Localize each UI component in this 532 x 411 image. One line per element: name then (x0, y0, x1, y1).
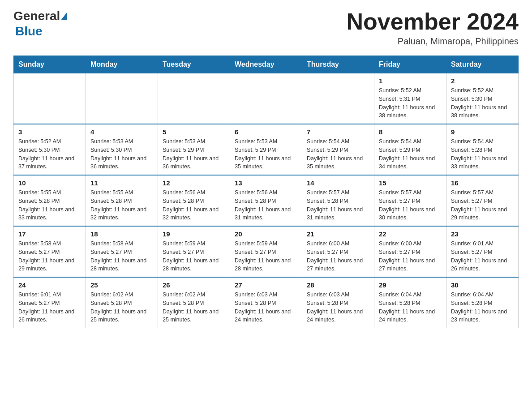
day-info: Sunrise: 5:55 AM Sunset: 5:28 PM Dayligh… (90, 188, 153, 222)
day-number: 20 (235, 230, 297, 238)
logo: General Blue (13, 9, 68, 39)
day-number: 7 (307, 128, 369, 136)
day-number: 25 (90, 281, 153, 289)
calendar-cell: 21Sunrise: 6:00 AM Sunset: 5:27 PM Dayli… (302, 226, 374, 277)
day-info: Sunrise: 5:55 AM Sunset: 5:28 PM Dayligh… (18, 188, 81, 222)
day-info: Sunrise: 5:59 AM Sunset: 5:27 PM Dayligh… (235, 240, 297, 273)
day-info: Sunrise: 5:53 AM Sunset: 5:29 PM Dayligh… (163, 137, 225, 171)
day-info: Sunrise: 6:00 AM Sunset: 5:27 PM Dayligh… (379, 240, 442, 273)
day-info: Sunrise: 5:54 AM Sunset: 5:28 PM Dayligh… (451, 137, 514, 171)
day-number: 21 (307, 230, 369, 238)
calendar-cell: 10Sunrise: 5:55 AM Sunset: 5:28 PM Dayli… (14, 175, 86, 226)
day-info: Sunrise: 5:58 AM Sunset: 5:27 PM Dayligh… (90, 240, 153, 273)
day-number: 19 (163, 230, 225, 238)
day-number: 5 (163, 128, 225, 136)
day-number: 28 (307, 281, 369, 289)
day-info: Sunrise: 6:03 AM Sunset: 5:28 PM Dayligh… (307, 291, 369, 324)
calendar-cell: 8Sunrise: 5:54 AM Sunset: 5:29 PM Daylig… (374, 124, 446, 175)
day-number: 26 (163, 281, 225, 289)
day-info: Sunrise: 5:59 AM Sunset: 5:27 PM Dayligh… (163, 240, 225, 273)
day-info: Sunrise: 5:52 AM Sunset: 5:30 PM Dayligh… (451, 86, 514, 120)
calendar-cell (302, 73, 374, 124)
calendar-cell: 14Sunrise: 5:57 AM Sunset: 5:28 PM Dayli… (302, 175, 374, 226)
day-info: Sunrise: 5:57 AM Sunset: 5:28 PM Dayligh… (307, 188, 369, 222)
logo-general-text: General (13, 9, 60, 23)
calendar-cell (158, 73, 230, 124)
calendar-cell: 1Sunrise: 5:52 AM Sunset: 5:31 PM Daylig… (374, 73, 446, 124)
calendar-cell: 24Sunrise: 6:01 AM Sunset: 5:27 PM Dayli… (14, 277, 86, 328)
calendar-week-row: 3Sunrise: 5:52 AM Sunset: 5:30 PM Daylig… (14, 124, 519, 175)
calendar-cell: 13Sunrise: 5:56 AM Sunset: 5:28 PM Dayli… (230, 175, 302, 226)
day-number: 16 (451, 179, 514, 187)
calendar-cell (230, 73, 302, 124)
calendar-table: SundayMondayTuesdayWednesdayThursdayFrid… (13, 56, 519, 328)
day-info: Sunrise: 5:54 AM Sunset: 5:29 PM Dayligh… (379, 137, 442, 171)
calendar-week-row: 1Sunrise: 5:52 AM Sunset: 5:31 PM Daylig… (14, 73, 519, 124)
calendar-cell: 29Sunrise: 6:04 AM Sunset: 5:28 PM Dayli… (374, 277, 446, 328)
day-number: 12 (163, 179, 225, 187)
day-number: 17 (18, 230, 81, 238)
calendar-cell: 2Sunrise: 5:52 AM Sunset: 5:30 PM Daylig… (446, 73, 519, 124)
day-info: Sunrise: 5:52 AM Sunset: 5:31 PM Dayligh… (379, 86, 442, 120)
day-info: Sunrise: 5:52 AM Sunset: 5:30 PM Dayligh… (18, 137, 81, 171)
calendar-cell: 22Sunrise: 6:00 AM Sunset: 5:27 PM Dayli… (374, 226, 446, 277)
day-number: 18 (90, 230, 153, 238)
calendar-cell (14, 73, 86, 124)
calendar-cell: 15Sunrise: 5:57 AM Sunset: 5:27 PM Dayli… (374, 175, 446, 226)
calendar-week-row: 24Sunrise: 6:01 AM Sunset: 5:27 PM Dayli… (14, 277, 519, 328)
day-info: Sunrise: 6:01 AM Sunset: 5:27 PM Dayligh… (451, 240, 514, 273)
day-info: Sunrise: 5:58 AM Sunset: 5:27 PM Dayligh… (18, 240, 81, 273)
calendar-cell: 30Sunrise: 6:04 AM Sunset: 5:28 PM Dayli… (446, 277, 519, 328)
calendar-header-monday: Monday (86, 56, 158, 73)
calendar-header-tuesday: Tuesday (158, 56, 230, 73)
day-number: 15 (379, 179, 442, 187)
calendar-cell: 3Sunrise: 5:52 AM Sunset: 5:30 PM Daylig… (14, 124, 86, 175)
calendar-week-row: 10Sunrise: 5:55 AM Sunset: 5:28 PM Dayli… (14, 175, 519, 226)
calendar-header-thursday: Thursday (302, 56, 374, 73)
calendar-cell: 11Sunrise: 5:55 AM Sunset: 5:28 PM Dayli… (86, 175, 158, 226)
calendar-cell: 26Sunrise: 6:02 AM Sunset: 5:28 PM Dayli… (158, 277, 230, 328)
calendar-cell (86, 73, 158, 124)
calendar-cell: 12Sunrise: 5:56 AM Sunset: 5:28 PM Dayli… (158, 175, 230, 226)
day-info: Sunrise: 5:57 AM Sunset: 5:27 PM Dayligh… (451, 188, 514, 222)
page-header: General Blue November 2024 Paluan, Mimar… (13, 9, 519, 47)
day-number: 6 (235, 128, 297, 136)
day-info: Sunrise: 5:56 AM Sunset: 5:28 PM Dayligh… (163, 188, 225, 222)
day-number: 13 (235, 179, 297, 187)
day-number: 14 (307, 179, 369, 187)
calendar-cell: 17Sunrise: 5:58 AM Sunset: 5:27 PM Dayli… (14, 226, 86, 277)
calendar-header-row: SundayMondayTuesdayWednesdayThursdayFrid… (14, 56, 519, 73)
day-number: 9 (451, 128, 514, 136)
day-number: 29 (379, 281, 442, 289)
day-info: Sunrise: 6:02 AM Sunset: 5:28 PM Dayligh… (163, 291, 225, 324)
calendar-cell: 19Sunrise: 5:59 AM Sunset: 5:27 PM Dayli… (158, 226, 230, 277)
day-number: 1 (379, 77, 442, 85)
calendar-cell: 16Sunrise: 5:57 AM Sunset: 5:27 PM Dayli… (446, 175, 519, 226)
day-info: Sunrise: 6:04 AM Sunset: 5:28 PM Dayligh… (379, 291, 442, 324)
day-info: Sunrise: 6:01 AM Sunset: 5:27 PM Dayligh… (18, 291, 81, 324)
calendar-cell: 20Sunrise: 5:59 AM Sunset: 5:27 PM Dayli… (230, 226, 302, 277)
calendar-cell: 6Sunrise: 5:53 AM Sunset: 5:29 PM Daylig… (230, 124, 302, 175)
calendar-cell: 5Sunrise: 5:53 AM Sunset: 5:29 PM Daylig… (158, 124, 230, 175)
calendar-cell: 4Sunrise: 5:53 AM Sunset: 5:30 PM Daylig… (86, 124, 158, 175)
calendar-cell: 7Sunrise: 5:54 AM Sunset: 5:29 PM Daylig… (302, 124, 374, 175)
day-number: 3 (18, 128, 81, 136)
day-info: Sunrise: 5:57 AM Sunset: 5:27 PM Dayligh… (379, 188, 442, 222)
calendar-header-wednesday: Wednesday (230, 56, 302, 73)
logo-triangle-icon (61, 12, 67, 20)
calendar-cell: 25Sunrise: 6:02 AM Sunset: 5:28 PM Dayli… (86, 277, 158, 328)
day-info: Sunrise: 5:56 AM Sunset: 5:28 PM Dayligh… (235, 188, 297, 222)
location-subtitle: Paluan, Mimaropa, Philippines (347, 36, 519, 47)
day-info: Sunrise: 6:00 AM Sunset: 5:27 PM Dayligh… (307, 240, 369, 273)
title-block: November 2024 Paluan, Mimaropa, Philippi… (347, 9, 519, 47)
day-info: Sunrise: 5:53 AM Sunset: 5:29 PM Dayligh… (235, 137, 297, 171)
day-number: 22 (379, 230, 442, 238)
calendar-header-friday: Friday (374, 56, 446, 73)
day-number: 23 (451, 230, 514, 238)
day-number: 11 (90, 179, 153, 187)
day-info: Sunrise: 6:02 AM Sunset: 5:28 PM Dayligh… (90, 291, 153, 324)
calendar-cell: 28Sunrise: 6:03 AM Sunset: 5:28 PM Dayli… (302, 277, 374, 328)
calendar-cell: 9Sunrise: 5:54 AM Sunset: 5:28 PM Daylig… (446, 124, 519, 175)
month-year-title: November 2024 (347, 9, 519, 34)
day-number: 8 (379, 128, 442, 136)
